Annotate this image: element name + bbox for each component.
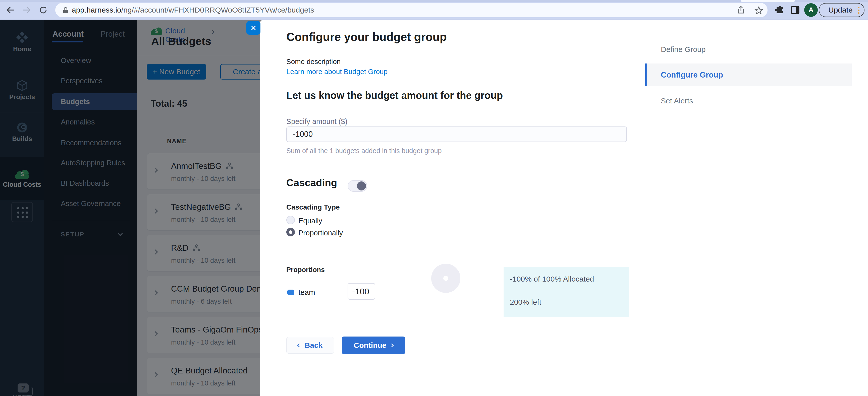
- team-series-dot: [287, 290, 294, 295]
- update-button[interactable]: Update: [819, 3, 865, 17]
- profile-avatar[interactable]: A: [804, 3, 818, 17]
- amount-input[interactable]: [286, 127, 627, 142]
- back-icon[interactable]: [5, 5, 16, 15]
- cascading-heading: Cascading: [286, 177, 337, 189]
- update-label: Update: [828, 3, 853, 16]
- step-define-group[interactable]: Define Group: [661, 45, 706, 54]
- step-set-alerts[interactable]: Set Alerts: [661, 97, 693, 105]
- radio-proportionally[interactable]: [286, 228, 295, 236]
- left-text: 200% left: [510, 298, 541, 306]
- step-configure-group[interactable]: Configure Group: [661, 70, 723, 79]
- forward-icon[interactable]: [22, 5, 32, 15]
- cascading-type-label: Cascading Type: [286, 203, 340, 211]
- reload-icon[interactable]: [38, 5, 48, 15]
- radio-equally-label[interactable]: Equally: [299, 217, 322, 225]
- allocation-summary-box: -100% of 100% Allocated 200% left: [503, 267, 629, 317]
- modal-close-button[interactable]: ×: [246, 21, 260, 35]
- url-path: /ng/#/account/wFHXHD0RRQWoO8tIZT5YVw/ce/…: [121, 6, 314, 14]
- allocation-donut-chart: [431, 264, 460, 293]
- url-domain: app.harness.io: [72, 6, 121, 14]
- chevron-right-icon: [390, 343, 394, 347]
- lock-icon: [61, 6, 70, 14]
- proportion-row-label: team: [299, 288, 315, 297]
- url-bar[interactable]: app.harness.io/ng/#/account/wFHXHD0RRQWo…: [55, 3, 768, 17]
- chevron-left-icon: [297, 343, 301, 347]
- learn-more-link[interactable]: Learn more about Budget Group: [286, 68, 388, 76]
- bookmark-star-icon[interactable]: [754, 5, 764, 15]
- section-divider: [286, 169, 627, 169]
- extensions-puzzle-icon[interactable]: [774, 4, 785, 15]
- toggle-knob: [357, 182, 366, 191]
- modal-title: Configure your budget group: [286, 30, 447, 44]
- radio-proportionally-label[interactable]: Proportionally: [299, 229, 343, 237]
- continue-button[interactable]: Continue: [342, 336, 405, 354]
- url-text: app.harness.io/ng/#/account/wFHXHD0RRQWo…: [72, 3, 314, 17]
- browser-menu-kebab-icon[interactable]: [858, 7, 860, 15]
- close-icon: ×: [250, 22, 256, 33]
- radio-equally[interactable]: [286, 216, 295, 224]
- share-icon[interactable]: [736, 5, 745, 14]
- team-proportion-input[interactable]: [348, 283, 375, 300]
- amount-label: Specify amount ($): [286, 118, 347, 126]
- browser-toolbar: app.harness.io/ng/#/account/wFHXHD0RRQWo…: [0, 0, 868, 20]
- amount-helper-text: Sum of all the 1 budgets added in this b…: [286, 147, 441, 155]
- back-button[interactable]: Back: [286, 337, 334, 354]
- tab-edge: [741, 0, 795, 2]
- side-panel-icon[interactable]: [789, 4, 801, 15]
- cascading-toggle[interactable]: [348, 180, 367, 192]
- modal-description: Some description: [286, 58, 341, 66]
- proportions-heading: Proportions: [286, 266, 325, 274]
- configure-budget-group-modal: Configure your budget group Some descrip…: [260, 20, 868, 396]
- allocated-text: -100% of 100% Allocated: [510, 275, 594, 283]
- amount-section-heading: Let us know the budget amount for the gr…: [286, 90, 503, 101]
